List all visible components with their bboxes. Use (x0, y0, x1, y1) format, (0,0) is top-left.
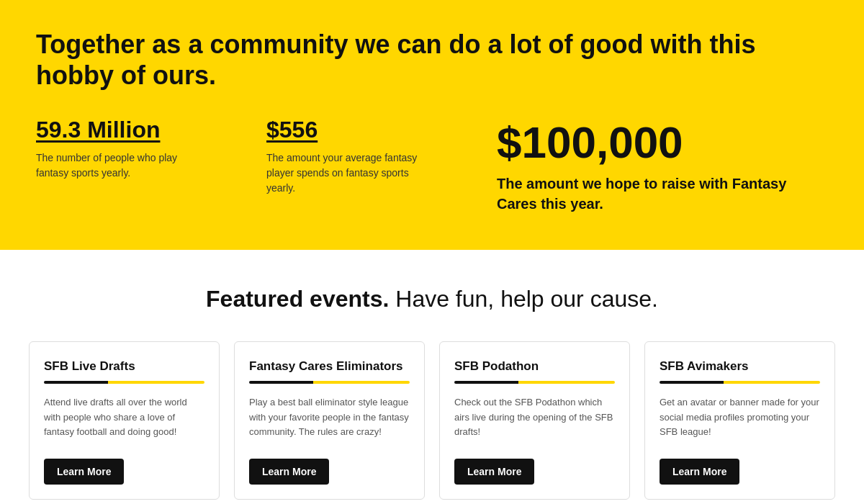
learn-more-button-sfb-podathon[interactable]: Learn More (454, 459, 534, 485)
event-card-sfb-avimakers: SFB Avimakers Get an avatar or banner ma… (644, 341, 835, 500)
event-card-desc-sfb-live-drafts: Attend live drafts all over the world wi… (44, 395, 204, 444)
stat-goal-number: $100,000 (497, 117, 799, 168)
event-card-desc-fantasy-cares-eliminators: Play a best ball eliminator style league… (249, 395, 410, 444)
events-grid: SFB Live Drafts Attend live drafts all o… (29, 341, 835, 500)
event-card-title-sfb-avimakers: SFB Avimakers (660, 359, 820, 374)
stat-players-number: 59.3 Million (36, 117, 238, 143)
hero-section: Together as a community we can do a lot … (0, 0, 864, 250)
event-card-desc-sfb-avimakers: Get an avatar or banner made for your so… (660, 395, 820, 444)
event-card-divider (660, 381, 820, 384)
stats-row: 59.3 Million The number of people who pl… (36, 117, 828, 214)
stat-spending-number: $556 (266, 117, 468, 143)
learn-more-button-sfb-live-drafts[interactable]: Learn More (44, 459, 124, 485)
event-card-divider (454, 381, 615, 384)
events-heading: Featured events. Have fun, help our caus… (29, 286, 835, 312)
stat-spending: $556 The amount your average fantasy pla… (266, 117, 497, 196)
event-card-sfb-live-drafts: SFB Live Drafts Attend live drafts all o… (29, 341, 220, 500)
events-heading-bold: Featured events. (206, 286, 389, 312)
stat-spending-desc: The amount your average fantasy player s… (266, 150, 439, 196)
events-section: Featured events. Have fun, help our caus… (0, 250, 864, 504)
stat-players: 59.3 Million The number of people who pl… (36, 117, 266, 181)
stat-goal-desc: The amount we hope to raise with Fantasy… (497, 174, 799, 214)
stat-goal: $100,000 The amount we hope to raise wit… (497, 117, 828, 214)
learn-more-button-sfb-avimakers[interactable]: Learn More (660, 459, 739, 485)
event-card-title-sfb-live-drafts: SFB Live Drafts (44, 359, 204, 374)
learn-more-button-fantasy-cares-eliminators[interactable]: Learn More (249, 459, 329, 485)
hero-title: Together as a community we can do a lot … (36, 29, 828, 91)
events-heading-regular: Have fun, help our cause. (389, 286, 658, 312)
event-card-divider (249, 381, 410, 384)
event-card-fantasy-cares-eliminators: Fantasy Cares Eliminators Play a best ba… (234, 341, 425, 500)
event-card-title-fantasy-cares-eliminators: Fantasy Cares Eliminators (249, 359, 410, 374)
event-card-sfb-podathon: SFB Podathon Check out the SFB Podathon … (439, 341, 630, 500)
stat-players-desc: The number of people who play fantasy sp… (36, 150, 209, 181)
event-card-desc-sfb-podathon: Check out the SFB Podathon which airs li… (454, 395, 615, 444)
event-card-divider (44, 381, 204, 384)
event-card-title-sfb-podathon: SFB Podathon (454, 359, 615, 374)
